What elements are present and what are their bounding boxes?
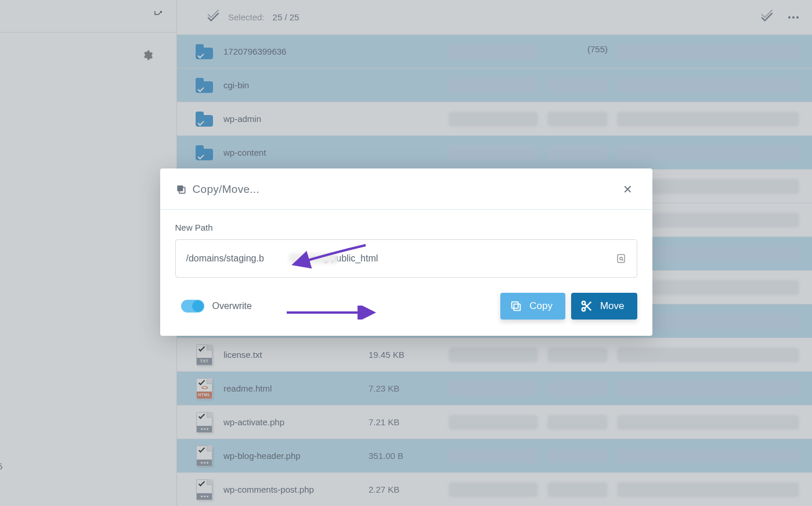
new-path-label: New Path [175,223,637,232]
close-icon: ✕ [623,183,633,196]
scissors-icon [580,300,593,313]
close-button[interactable]: ✕ [618,180,637,199]
svg-rect-4 [177,185,183,191]
copy-move-dialog: Copy/Move... ✕ New Path Overwrite [160,168,652,336]
new-path-input[interactable] [186,253,616,264]
overwrite-toggle[interactable] [181,300,204,313]
svg-rect-8 [512,302,518,308]
copy-btn-icon [510,300,522,313]
move-btn-label: Move [600,300,625,312]
overwrite-label: Overwrite [212,301,252,311]
svg-rect-5 [618,254,625,263]
browse-icon[interactable] [616,253,626,264]
dialog-title: Copy/Move... [193,183,260,196]
copy-button[interactable]: Copy [500,293,565,320]
move-button[interactable]: Move [571,293,637,320]
new-path-input-wrap[interactable] [175,239,637,278]
svg-rect-7 [514,304,521,310]
svg-point-9 [582,302,586,305]
copy-icon [175,184,187,195]
modal-overlay: Copy/Move... ✕ New Path Overwrite [0,0,812,506]
copy-btn-label: Copy [529,300,553,312]
svg-point-10 [582,308,586,311]
